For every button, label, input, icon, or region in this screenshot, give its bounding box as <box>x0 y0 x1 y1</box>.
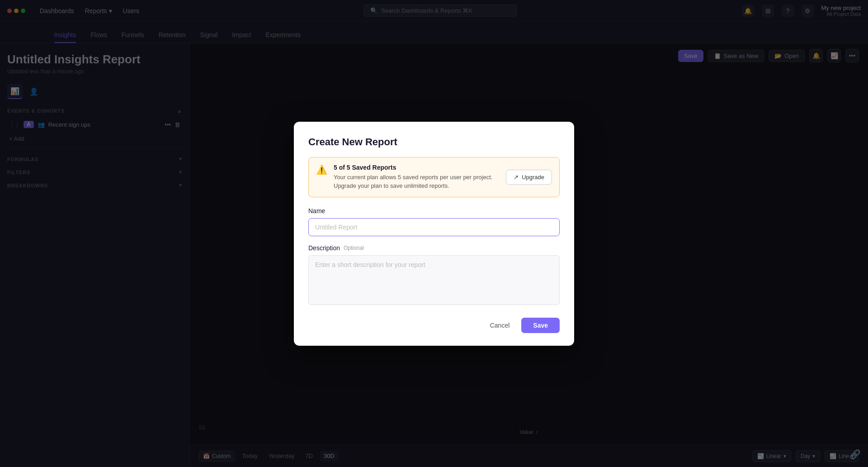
warning-icon: ⚠️ <box>316 164 327 175</box>
warning-text-block: 5 of 5 Saved Reports Your current plan a… <box>334 164 500 191</box>
create-report-modal: Create New Report ⚠️ 5 of 5 Saved Report… <box>294 122 574 346</box>
modal-title: Create New Report <box>308 136 560 148</box>
save-report-button[interactable]: Save <box>521 318 560 333</box>
warning-title: 5 of 5 Saved Reports <box>334 164 500 171</box>
optional-tag: Optional <box>344 245 364 251</box>
warning-body: Your current plan allows 5 saved reports… <box>334 173 500 191</box>
modal-footer: Cancel Save <box>308 318 560 333</box>
warning-box: ⚠️ 5 of 5 Saved Reports Your current pla… <box>308 157 560 197</box>
external-link-icon: ↗ <box>514 174 519 181</box>
modal-overlay: Create New Report ⚠️ 5 of 5 Saved Report… <box>0 0 868 467</box>
cancel-button[interactable]: Cancel <box>484 318 516 333</box>
report-desc-textarea[interactable] <box>308 255 560 305</box>
upgrade-button[interactable]: ↗ Upgrade <box>506 170 552 185</box>
name-label: Name <box>308 207 560 214</box>
report-name-input[interactable] <box>308 218 560 236</box>
desc-label: Description Optional <box>308 244 560 252</box>
